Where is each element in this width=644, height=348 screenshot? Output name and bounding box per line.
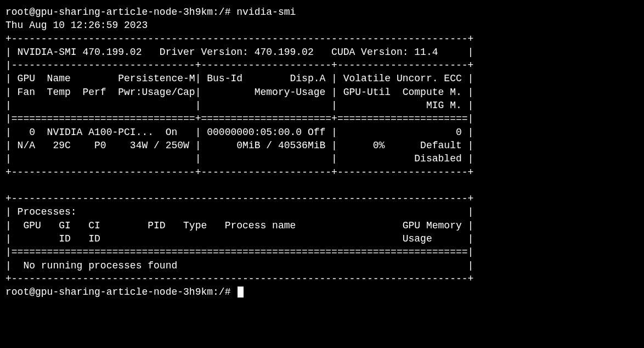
border-eq: |===============================+=======… [5, 113, 473, 124]
smi-header-line: | NVIDIA-SMI 470.199.02 Driver Version: … [5, 47, 473, 58]
timestamp-line: Thu Aug 10 12:26:59 2023 [5, 20, 148, 31]
proc-header-1: | Processes: | [5, 206, 473, 217]
column-header-3: | | | MIG M. | [5, 100, 473, 111]
gpu-row-1: | 0 NVIDIA A100-PCI... On | 00000000:05:… [5, 127, 473, 138]
proc-border-eq: |=======================================… [5, 246, 473, 257]
proc-border-top: +---------------------------------------… [5, 193, 473, 204]
border-sep: |-------------------------------+-------… [5, 60, 473, 71]
proc-header-2: | GPU GI CI PID Type Process name GPU Me… [5, 220, 473, 231]
terminal-prompt-line: root@gpu-sharing-article-node-3h9km:/# n… [5, 7, 296, 18]
gpu-row-3: | | | Disabled | [5, 153, 473, 164]
proc-none-line: | No running processes found | [5, 260, 473, 271]
cursor-icon [238, 287, 244, 298]
border-top: +---------------------------------------… [5, 33, 473, 44]
blank-line [5, 180, 473, 191]
column-header-1: | GPU Name Persistence-M| Bus-Id Disp.A … [5, 73, 473, 84]
proc-header-3: | ID ID Usage | [5, 233, 473, 244]
border-bottom-gpu: +-------------------------------+-------… [5, 167, 473, 178]
gpu-row-2: | N/A 29C P0 34W / 250W | 0MiB / 40536Mi… [5, 140, 473, 151]
column-header-2: | Fan Temp Perf Pwr:Usage/Cap| Memory-Us… [5, 87, 473, 98]
terminal-prompt-input[interactable]: root@gpu-sharing-article-node-3h9km:/# [5, 287, 236, 298]
proc-border-bottom: +---------------------------------------… [5, 273, 473, 284]
